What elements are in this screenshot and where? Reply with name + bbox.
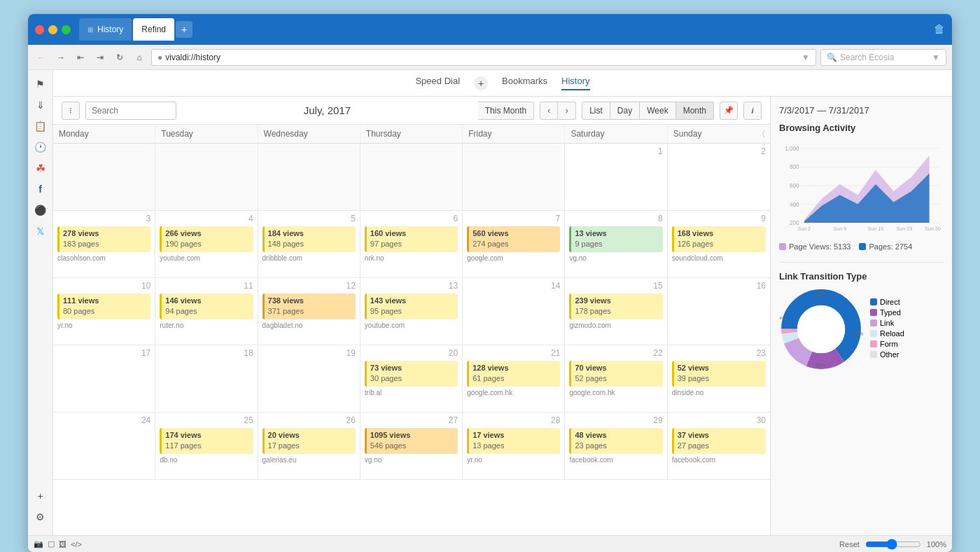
cal-event[interactable]: 70 views52 pages — [569, 361, 662, 387]
cal-cell-7[interactable]: 7 560 views274 pages google.com — [463, 211, 565, 277]
month-view-button[interactable]: Month — [676, 102, 714, 120]
sidebar-history-icon[interactable]: 🕐 — [31, 137, 50, 157]
cal-event[interactable]: 278 views183 pages — [57, 226, 150, 252]
cal-cell-29[interactable]: 29 48 views23 pages facebook.com — [565, 413, 667, 479]
cal-event[interactable]: 20 views17 pages — [262, 428, 356, 454]
cal-cell-8[interactable]: 8 13 views9 pages vg.no — [565, 211, 667, 277]
reset-label[interactable]: Reset — [839, 540, 860, 548]
cal-event[interactable]: 146 views94 pages — [160, 294, 253, 319]
forward-button[interactable]: → — [53, 50, 69, 65]
code-icon[interactable]: </> — [71, 540, 82, 548]
cal-cell-21[interactable]: 21 128 views61 pages google.com.hk — [463, 345, 565, 412]
sidebar-notes-icon[interactable]: 📋 — [31, 116, 50, 136]
cal-cell-13[interactable]: 13 143 views95 pages youtube.com — [360, 278, 463, 345]
cal-cell-16[interactable]: 16 — [668, 278, 770, 345]
minimize-button[interactable] — [48, 25, 57, 34]
cal-event[interactable]: 1095 views546 pages — [365, 428, 458, 454]
cal-event[interactable]: 128 views61 pages — [467, 361, 560, 387]
reload-button[interactable]: ↻ — [112, 50, 127, 65]
tab-history-nav[interactable]: History — [561, 76, 589, 90]
cal-event[interactable]: 560 views274 pages — [467, 226, 560, 252]
sidebar-bookmarks-icon[interactable]: ⚑ — [31, 74, 50, 94]
cal-cell-22[interactable]: 22 70 views52 pages google.com.hk — [565, 345, 667, 412]
url-dropdown-icon[interactable]: ▼ — [802, 53, 810, 62]
search-bar[interactable]: 🔍 Search Ecosia ▼ — [820, 49, 946, 66]
new-tab-button[interactable]: + — [176, 21, 192, 38]
sidebar-instagram-icon[interactable]: ☘ — [31, 158, 50, 178]
url-bar[interactable]: ● vivaldi://history ▼ — [151, 49, 816, 66]
cal-event[interactable]: 13 views9 pages — [569, 226, 662, 252]
cal-event[interactable]: 160 views97 pages — [365, 226, 458, 252]
back-button[interactable]: ← — [34, 50, 49, 65]
cal-event[interactable]: 111 views80 pages — [57, 294, 150, 319]
cal-cell-14[interactable]: 14 — [463, 278, 565, 345]
cal-event[interactable]: 266 views190 pages — [160, 226, 253, 252]
cal-cell-6[interactable]: 6 160 views97 pages nrk.no — [360, 211, 463, 277]
cal-cell-18[interactable]: 18 — [155, 345, 258, 412]
this-month-button[interactable]: This Month — [478, 102, 534, 120]
cal-event[interactable]: 52 views39 pages — [672, 361, 766, 387]
last-page-button[interactable]: ⇥ — [92, 50, 108, 65]
cal-cell-10[interactable]: 10 111 views80 pages yr.no — [53, 278, 155, 345]
cal-cell-2[interactable]: 2 — [668, 144, 770, 210]
cal-cell-19[interactable]: 19 — [258, 345, 360, 412]
grid-view-button[interactable]: ⁝ — [62, 102, 80, 120]
sidebar-facebook-icon[interactable]: f — [31, 179, 50, 199]
prev-month-button[interactable]: ‹ — [540, 102, 558, 120]
sidebar-settings-icon[interactable]: ⚙ — [31, 507, 50, 527]
cal-event[interactable]: 17 views13 pages — [467, 428, 560, 454]
home-button[interactable]: ⌂ — [132, 50, 147, 65]
close-button[interactable] — [35, 25, 44, 34]
day-view-button[interactable]: Day — [610, 102, 640, 120]
cal-event[interactable]: 37 views27 pages — [672, 428, 766, 454]
cal-cell-23[interactable]: 23 52 views39 pages dinside.no — [668, 345, 770, 412]
cal-event[interactable]: 239 views178 pages — [569, 294, 662, 319]
sidebar-add-icon[interactable]: + — [31, 486, 50, 506]
cal-cell-1[interactable]: 1 — [565, 144, 667, 210]
cal-event[interactable]: 73 views30 pages — [365, 361, 458, 387]
cal-event[interactable]: 143 views95 pages — [365, 294, 458, 319]
cal-cell-5[interactable]: 5 184 views148 pages dribbble.com — [258, 211, 360, 277]
trash-icon[interactable]: 🗑 — [934, 23, 945, 35]
cal-cell-9[interactable]: 9 168 views126 pages soundcloud.com — [668, 211, 770, 277]
cal-cell-3[interactable]: 3 278 views183 pages clasohlson.com — [53, 211, 155, 277]
cal-cell-11[interactable]: 11 146 views94 pages ruter.no — [155, 278, 258, 345]
cal-cell-28[interactable]: 28 17 views13 pages yr.no — [463, 413, 565, 479]
tab-speed-dial[interactable]: Speed Dial — [415, 76, 460, 90]
collapse-icon[interactable]: 〈 — [762, 130, 764, 138]
pin-button[interactable]: 📌 — [720, 102, 738, 120]
sidebar-circle-icon[interactable]: ⚫ — [31, 200, 50, 220]
tab-history[interactable]: ⊞ History — [79, 18, 132, 41]
cal-event[interactable]: 168 views126 pages — [672, 226, 766, 252]
image-icon[interactable]: 🖼 — [59, 540, 66, 548]
first-page-button[interactable]: ⇤ — [73, 50, 88, 65]
list-view-button[interactable]: List — [582, 102, 610, 120]
window-icon[interactable]: ▢ — [48, 539, 55, 548]
cal-cell-27[interactable]: 27 1095 views546 pages vg.no — [360, 413, 463, 479]
next-month-button[interactable]: › — [558, 102, 576, 120]
tab-bookmarks[interactable]: Bookmarks — [502, 76, 547, 90]
screenshot-icon[interactable]: 📷 — [34, 539, 43, 548]
cal-cell-17[interactable]: 17 — [53, 345, 155, 412]
search-input[interactable] — [85, 102, 176, 120]
cal-cell-12[interactable]: 12 738 views371 pages dagbladet.no — [258, 278, 360, 345]
cal-cell-24[interactable]: 24 — [53, 413, 155, 479]
cal-cell-4[interactable]: 4 266 views190 pages youtube.com — [155, 211, 258, 277]
cal-event[interactable]: 738 views371 pages — [262, 294, 356, 319]
tab-refind[interactable]: Refind — [133, 18, 174, 41]
info-button[interactable]: i — [743, 102, 762, 120]
cal-cell-26[interactable]: 26 20 views17 pages galerias.eu — [258, 413, 360, 479]
cal-cell-30[interactable]: 30 37 views27 pages facebook.com — [668, 413, 770, 479]
cal-event[interactable]: 174 views117 pages — [160, 428, 253, 454]
week-view-button[interactable]: Week — [640, 102, 676, 120]
add-nav-tab-button[interactable]: + — [474, 76, 488, 90]
cal-cell-20[interactable]: 20 73 views30 pages trib.al — [360, 345, 463, 412]
search-dropdown-icon[interactable]: ▼ — [932, 53, 940, 62]
cal-event[interactable]: 48 views23 pages — [569, 428, 662, 454]
cal-cell-25[interactable]: 25 174 views117 pages db.no — [155, 413, 258, 479]
sidebar-twitter-icon[interactable]: 𝕏 — [31, 221, 50, 241]
maximize-button[interactable] — [62, 25, 71, 34]
zoom-slider[interactable] — [865, 539, 921, 550]
sidebar-download-icon[interactable]: ⇓ — [31, 95, 50, 115]
cal-event[interactable]: 184 views148 pages — [262, 226, 356, 252]
